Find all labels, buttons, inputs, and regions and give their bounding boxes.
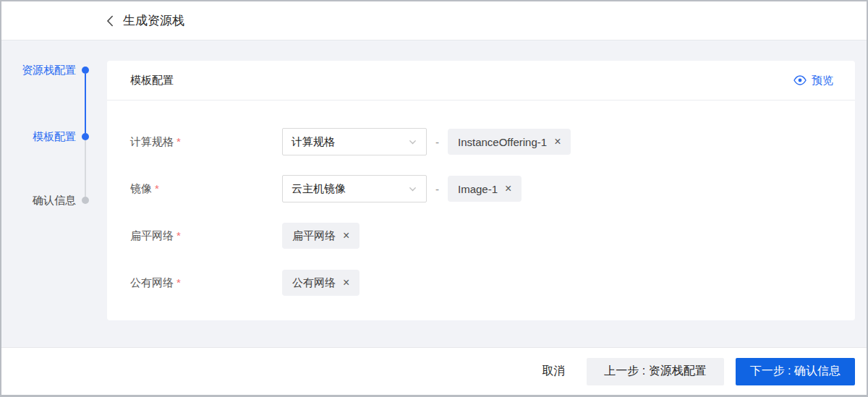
remove-tag-icon[interactable]: × [505,183,511,195]
required-asterisk: * [176,229,181,242]
page-title: 生成资源栈 [123,12,184,29]
public-network-tag: 公有网络 × [282,270,359,296]
required-asterisk: * [176,276,181,289]
field-label: 公有网络* [130,276,282,290]
instance-offering-tag: InstanceOffering-1 × [448,129,571,155]
field-label: 镜像* [130,182,282,196]
remove-tag-icon[interactable]: × [343,230,349,242]
cancel-button[interactable]: 取消 [542,364,565,379]
tag-label: 扁平网络 [292,229,336,243]
flat-network-tag: 扁平网络 × [282,223,359,249]
generate-resource-stack-page: 生成资源栈 资源栈配置 模板配置 确认信息 模板配置 [0,0,868,397]
field-label: 扁平网络* [130,229,282,243]
back-button[interactable] [106,15,114,27]
previous-step-button[interactable]: 上一步 : 资源栈配置 [587,358,723,385]
stepper-item-template-config[interactable]: 模板配置 [33,130,76,144]
select-value: 云主机镜像 [292,182,346,196]
form-row-image: 镜像* 云主机镜像 - Image-1 × [130,175,855,202]
required-asterisk: * [176,135,181,148]
stepper-dot-3 [82,197,89,204]
wizard-footer: 取消 上一步 : 资源栈配置 下一步 : 确认信息 [1,347,867,395]
stepper-rail-done [85,74,86,133]
tag-label: Image-1 [458,183,498,195]
stepper-item-resource-stack-config[interactable]: 资源栈配置 [22,64,76,77]
chevron-left-icon [106,15,114,27]
page-header: 生成资源栈 [1,1,867,40]
preview-link[interactable]: 预览 [793,74,833,87]
stepper: 资源栈配置 模板配置 确认信息 [1,40,107,347]
stepper-dot-1 [82,67,89,74]
page-body: 资源栈配置 模板配置 确认信息 模板配置 预览 [1,40,867,347]
panel-title: 模板配置 [130,74,174,87]
eye-icon [793,75,807,85]
next-step-button[interactable]: 下一步 : 确认信息 [736,358,855,385]
image-select[interactable]: 云主机镜像 [282,175,427,202]
stepper-item-confirm-info[interactable]: 确认信息 [33,194,76,208]
panel-body: 计算规格* 计算规格 - InstanceOffering-1 × [107,101,855,296]
select-value: 计算规格 [292,135,335,149]
chevron-down-icon [408,184,417,194]
remove-tag-icon[interactable]: × [343,277,349,289]
form-row-public-network: 公有网络* 公有网络 × [130,269,855,296]
chevron-down-icon [408,137,417,147]
form-row-instance-offering: 计算规格* 计算规格 - InstanceOffering-1 × [130,128,855,155]
template-config-panel: 模板配置 预览 计算规格* 计算规格 [107,61,855,320]
separator-dash: - [435,136,439,148]
preview-label: 预览 [812,74,833,87]
remove-tag-icon[interactable]: × [554,136,561,148]
stepper-rail-pending [85,140,86,197]
tag-label: 公有网络 [292,276,336,290]
separator-dash: - [435,183,439,195]
tag-label: InstanceOffering-1 [458,136,547,148]
instance-offering-select[interactable]: 计算规格 [282,128,427,155]
form-row-flat-network: 扁平网络* 扁平网络 × [130,222,855,249]
field-label: 计算规格* [130,135,282,149]
stepper-dot-2 [82,133,89,140]
required-asterisk: * [155,182,159,195]
panel-header: 模板配置 预览 [107,61,855,101]
image-tag: Image-1 × [448,176,522,202]
